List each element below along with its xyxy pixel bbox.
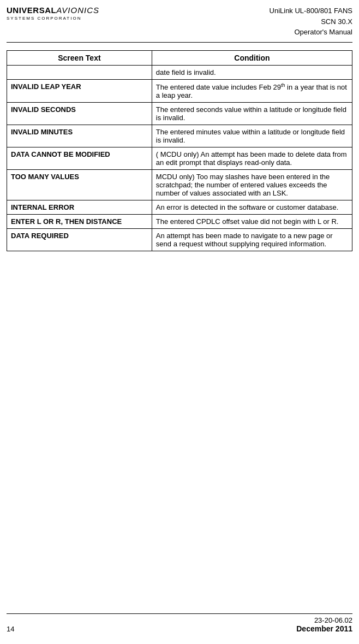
condition-cell: The entered minutes value within a latit… — [152, 125, 352, 147]
screen-text-cell: INVALID LEAP YEAR — [7, 79, 152, 102]
table-row: INVALID SECONDS The entered seconds valu… — [7, 102, 352, 125]
logo-area: UNIVERSALAVIONICS SYSTEMS CORPORATION — [7, 5, 99, 21]
condition-cell: An error is detected in the software or … — [152, 200, 352, 214]
doc-number: 23-20-06.02 — [296, 616, 352, 624]
company-logo: UNIVERSALAVIONICS — [7, 5, 99, 15]
table-row: INVALID LEAP YEAR The entered date value… — [7, 79, 352, 102]
condition-cell: The entered seconds value within a latit… — [152, 102, 352, 125]
document-info: UniLink UL-800/801 FANS SCN 30.X Operato… — [270, 5, 352, 38]
doc-title-line1: UniLink UL-800/801 FANS — [270, 5, 352, 16]
table-row: DATA CANNOT BE MODIFIED ( MCDU only) An … — [7, 147, 352, 169]
screen-text-cell: INTERNAL ERROR — [7, 200, 152, 214]
col-screen-text-header: Screen Text — [7, 50, 152, 65]
col-condition-header: Condition — [152, 50, 352, 65]
table-row: INVALID MINUTES The entered minutes valu… — [7, 125, 352, 147]
screen-text-table: Screen Text Condition date field is inva… — [7, 50, 352, 251]
screen-text-cell: TOO MANY VALUES — [7, 169, 152, 200]
main-content: Screen Text Condition date field is inva… — [0, 43, 359, 257]
table-header-row: Screen Text Condition — [7, 50, 352, 65]
logo-avionics: AVIONICS — [56, 5, 99, 15]
screen-text-cell: DATA REQUIRED — [7, 228, 152, 251]
screen-text-cell: DATA CANNOT BE MODIFIED — [7, 147, 152, 169]
screen-text-cell: ENTER L OR R, THEN DISTANCE — [7, 214, 152, 228]
condition-cell: MCDU only) Too may slashes have been ent… — [152, 169, 352, 200]
doc-title-line2: SCN 30.X — [270, 16, 352, 27]
screen-text-cell — [7, 65, 152, 79]
page-number: 14 — [7, 625, 14, 633]
page-footer: 14 23-20-06.02 December 2011 — [7, 613, 352, 633]
table-row: TOO MANY VALUES MCDU only) Too may slash… — [7, 169, 352, 200]
table-row: ENTER L OR R, THEN DISTANCE The entered … — [7, 214, 352, 228]
logo-universal: UNIVERSAL — [7, 5, 56, 15]
condition-cell: The entered date value includes Feb 29th… — [152, 79, 352, 102]
table-row: DATA REQUIRED An attempt has been made t… — [7, 228, 352, 251]
screen-text-cell: INVALID SECONDS — [7, 102, 152, 125]
condition-cell: date field is invalid. — [152, 65, 352, 79]
condition-cell: ( MCDU only) An attempt has been made to… — [152, 147, 352, 169]
condition-cell: The entered CPDLC offset value did not b… — [152, 214, 352, 228]
screen-text-cell: INVALID MINUTES — [7, 125, 152, 147]
table-row: INTERNAL ERROR An error is detected in t… — [7, 200, 352, 214]
doc-title-line3: Operator's Manual — [270, 27, 352, 38]
condition-cell: An attempt has been made to navigate to … — [152, 228, 352, 251]
footer-doc-info: 23-20-06.02 December 2011 — [296, 616, 352, 633]
page-header: UNIVERSALAVIONICS SYSTEMS CORPORATION Un… — [0, 0, 359, 42]
table-row: date field is invalid. — [7, 65, 352, 79]
logo-subtitle: SYSTEMS CORPORATION — [7, 16, 99, 21]
doc-date: December 2011 — [296, 624, 352, 633]
